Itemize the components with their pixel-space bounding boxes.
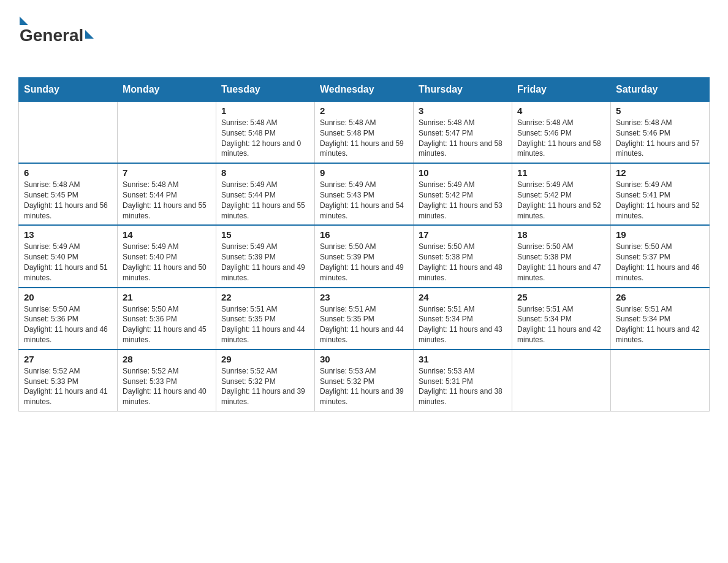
day-number: 16 xyxy=(320,229,408,240)
table-row: 20Sunrise: 5:50 AMSunset: 5:36 PMDayligh… xyxy=(19,288,118,350)
col-sunday: Sunday xyxy=(19,78,118,102)
day-number: 29 xyxy=(221,354,309,364)
table-row: 10Sunrise: 5:49 AMSunset: 5:42 PMDayligh… xyxy=(414,163,512,225)
col-tuesday: Tuesday xyxy=(216,78,315,102)
day-number: 28 xyxy=(123,354,211,364)
table-row: 7Sunrise: 5:48 AMSunset: 5:44 PMDaylight… xyxy=(118,163,216,225)
day-number: 12 xyxy=(616,167,704,178)
logo-blue-line xyxy=(20,45,21,65)
col-thursday: Thursday xyxy=(414,78,512,102)
day-info: Sunrise: 5:51 AMSunset: 5:34 PMDaylight:… xyxy=(616,304,704,345)
logo-triangle2-icon xyxy=(85,30,94,39)
table-row: 11Sunrise: 5:49 AMSunset: 5:42 PMDayligh… xyxy=(512,163,611,225)
table-row: 17Sunrise: 5:50 AMSunset: 5:38 PMDayligh… xyxy=(414,225,512,287)
table-row: 1Sunrise: 5:48 AMSunset: 5:48 PMDaylight… xyxy=(216,102,315,164)
calendar-table: Sunday Monday Tuesday Wednesday Thursday… xyxy=(18,77,710,412)
table-row: 3Sunrise: 5:48 AMSunset: 5:47 PMDaylight… xyxy=(414,102,512,164)
table-row: 30Sunrise: 5:53 AMSunset: 5:32 PMDayligh… xyxy=(315,350,414,412)
table-row: 19Sunrise: 5:50 AMSunset: 5:37 PMDayligh… xyxy=(611,225,710,287)
day-number: 13 xyxy=(24,229,112,240)
day-number: 9 xyxy=(320,167,408,178)
table-row xyxy=(118,102,216,164)
day-info: Sunrise: 5:49 AMSunset: 5:40 PMDaylight:… xyxy=(123,242,211,283)
day-number: 17 xyxy=(419,229,507,240)
table-row: 12Sunrise: 5:49 AMSunset: 5:41 PMDayligh… xyxy=(611,163,710,225)
table-row xyxy=(19,102,118,164)
calendar-header-row: Sunday Monday Tuesday Wednesday Thursday… xyxy=(19,78,710,102)
day-number: 21 xyxy=(123,292,211,302)
table-row: 9Sunrise: 5:49 AMSunset: 5:43 PMDaylight… xyxy=(315,163,414,225)
day-number: 26 xyxy=(616,292,704,302)
day-info: Sunrise: 5:49 AMSunset: 5:40 PMDaylight:… xyxy=(24,242,112,283)
table-row: 25Sunrise: 5:51 AMSunset: 5:34 PMDayligh… xyxy=(512,288,611,350)
col-saturday: Saturday xyxy=(611,78,710,102)
day-number: 3 xyxy=(419,105,507,116)
day-number: 11 xyxy=(517,167,605,178)
table-row: 15Sunrise: 5:49 AMSunset: 5:39 PMDayligh… xyxy=(216,225,315,287)
day-number: 24 xyxy=(419,292,507,302)
day-info: Sunrise: 5:48 AMSunset: 5:48 PMDaylight:… xyxy=(221,118,309,159)
day-info: Sunrise: 5:48 AMSunset: 5:46 PMDaylight:… xyxy=(517,118,605,159)
day-number: 5 xyxy=(616,105,704,116)
logo-area: General xyxy=(18,12,94,65)
day-info: Sunrise: 5:49 AMSunset: 5:44 PMDaylight:… xyxy=(221,180,309,221)
day-number: 22 xyxy=(221,292,309,302)
day-info: Sunrise: 5:51 AMSunset: 5:34 PMDaylight:… xyxy=(517,304,605,345)
header: General xyxy=(18,12,710,65)
day-info: Sunrise: 5:48 AMSunset: 5:48 PMDaylight:… xyxy=(320,118,408,159)
day-info: Sunrise: 5:50 AMSunset: 5:38 PMDaylight:… xyxy=(517,242,605,283)
table-row: 13Sunrise: 5:49 AMSunset: 5:40 PMDayligh… xyxy=(19,225,118,287)
table-row: 5Sunrise: 5:48 AMSunset: 5:46 PMDaylight… xyxy=(611,102,710,164)
day-info: Sunrise: 5:51 AMSunset: 5:34 PMDaylight:… xyxy=(419,304,507,345)
table-row: 16Sunrise: 5:50 AMSunset: 5:39 PMDayligh… xyxy=(315,225,414,287)
day-info: Sunrise: 5:50 AMSunset: 5:36 PMDaylight:… xyxy=(123,304,211,345)
logo-triangle-icon xyxy=(20,17,28,25)
day-info: Sunrise: 5:49 AMSunset: 5:42 PMDaylight:… xyxy=(517,180,605,221)
logo-general-text2: General xyxy=(20,26,83,45)
table-row: 24Sunrise: 5:51 AMSunset: 5:34 PMDayligh… xyxy=(414,288,512,350)
day-number: 2 xyxy=(320,105,408,116)
table-row: 26Sunrise: 5:51 AMSunset: 5:34 PMDayligh… xyxy=(611,288,710,350)
table-row xyxy=(611,350,710,412)
table-row: 23Sunrise: 5:51 AMSunset: 5:35 PMDayligh… xyxy=(315,288,414,350)
day-number: 6 xyxy=(24,167,112,178)
table-row: 29Sunrise: 5:52 AMSunset: 5:32 PMDayligh… xyxy=(216,350,315,412)
table-row: 27Sunrise: 5:52 AMSunset: 5:33 PMDayligh… xyxy=(19,350,118,412)
day-info: Sunrise: 5:53 AMSunset: 5:31 PMDaylight:… xyxy=(419,366,507,407)
table-row: 21Sunrise: 5:50 AMSunset: 5:36 PMDayligh… xyxy=(118,288,216,350)
day-number: 15 xyxy=(221,229,309,240)
col-monday: Monday xyxy=(118,78,216,102)
day-info: Sunrise: 5:50 AMSunset: 5:36 PMDaylight:… xyxy=(24,304,112,345)
table-row xyxy=(512,350,611,412)
day-number: 7 xyxy=(123,167,211,178)
day-info: Sunrise: 5:52 AMSunset: 5:33 PMDaylight:… xyxy=(24,366,112,407)
day-info: Sunrise: 5:52 AMSunset: 5:33 PMDaylight:… xyxy=(123,366,211,407)
day-info: Sunrise: 5:53 AMSunset: 5:32 PMDaylight:… xyxy=(320,366,408,407)
table-row: 31Sunrise: 5:53 AMSunset: 5:31 PMDayligh… xyxy=(414,350,512,412)
day-number: 1 xyxy=(221,105,309,116)
day-number: 10 xyxy=(419,167,507,178)
day-number: 4 xyxy=(517,105,605,116)
table-row: 14Sunrise: 5:49 AMSunset: 5:40 PMDayligh… xyxy=(118,225,216,287)
day-info: Sunrise: 5:50 AMSunset: 5:38 PMDaylight:… xyxy=(419,242,507,283)
day-number: 20 xyxy=(24,292,112,302)
day-info: Sunrise: 5:52 AMSunset: 5:32 PMDaylight:… xyxy=(221,366,309,407)
day-info: Sunrise: 5:48 AMSunset: 5:44 PMDaylight:… xyxy=(123,180,211,221)
day-number: 25 xyxy=(517,292,605,302)
day-number: 18 xyxy=(517,229,605,240)
day-number: 8 xyxy=(221,167,309,178)
day-number: 23 xyxy=(320,292,408,302)
table-row: 6Sunrise: 5:48 AMSunset: 5:45 PMDaylight… xyxy=(19,163,118,225)
day-info: Sunrise: 5:49 AMSunset: 5:41 PMDaylight:… xyxy=(616,180,704,221)
day-info: Sunrise: 5:50 AMSunset: 5:37 PMDaylight:… xyxy=(616,242,704,283)
table-row: 22Sunrise: 5:51 AMSunset: 5:35 PMDayligh… xyxy=(216,288,315,350)
table-row: 4Sunrise: 5:48 AMSunset: 5:46 PMDaylight… xyxy=(512,102,611,164)
day-number: 14 xyxy=(123,229,211,240)
day-info: Sunrise: 5:48 AMSunset: 5:47 PMDaylight:… xyxy=(419,118,507,159)
table-row: 28Sunrise: 5:52 AMSunset: 5:33 PMDayligh… xyxy=(118,350,216,412)
table-row: 8Sunrise: 5:49 AMSunset: 5:44 PMDaylight… xyxy=(216,163,315,225)
day-number: 31 xyxy=(419,354,507,364)
day-info: Sunrise: 5:51 AMSunset: 5:35 PMDaylight:… xyxy=(320,304,408,345)
table-row: 2Sunrise: 5:48 AMSunset: 5:48 PMDaylight… xyxy=(315,102,414,164)
day-info: Sunrise: 5:49 AMSunset: 5:43 PMDaylight:… xyxy=(320,180,408,221)
